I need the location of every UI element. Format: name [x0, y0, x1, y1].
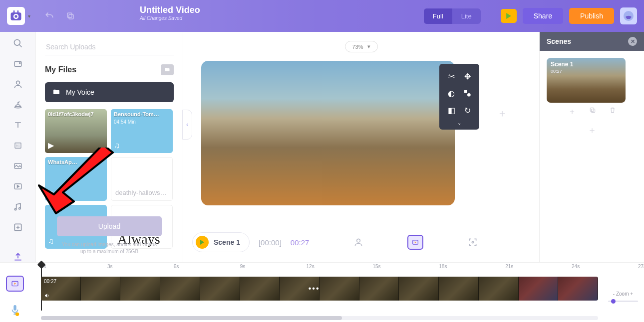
upload-button[interactable]: Upload [57, 216, 162, 236]
scissors-icon[interactable]: ✂ [445, 70, 457, 82]
save-status: All Changes Saved [140, 15, 200, 21]
time-start: [00:00] [259, 238, 282, 247]
svg-point-8 [14, 40, 20, 46]
music-icon[interactable] [11, 201, 25, 212]
timeline: 0s 3s 6s 9s 12s 15s 18s 21s 24s 27s 00:2… [0, 262, 644, 322]
character-icon[interactable] [11, 79, 25, 90]
upload-tile-image[interactable]: 0ld1f7ofc3kodwj7 ▶ [45, 109, 107, 153]
mic-track-icon[interactable] [6, 303, 24, 319]
copy-icon[interactable] [65, 11, 75, 21]
svg-rect-6 [67, 13, 72, 17]
video-icon[interactable] [11, 180, 25, 192]
background-icon[interactable]: BG [11, 140, 25, 152]
search-icon[interactable] [11, 38, 25, 49]
color-picker-icon[interactable] [461, 87, 473, 99]
play-icon [196, 236, 209, 249]
upload-tile-audio[interactable]: Bensound-Tom… 04:54 Min ♫ [111, 109, 173, 153]
folder-icon [52, 88, 61, 96]
zoom-indicator[interactable]: 73%▾ [344, 41, 377, 52]
volume-icon[interactable] [44, 293, 50, 299]
focus-tool-icon[interactable] [468, 237, 478, 247]
svg-text:BG: BG [16, 144, 20, 147]
undo-icon[interactable] [44, 11, 54, 21]
svg-point-24 [472, 241, 473, 243]
app-logo [7, 7, 25, 25]
title-area[interactable]: Untitled Video All Changes Saved [140, 5, 200, 21]
svg-rect-5 [69, 14, 73, 19]
video-track-icon[interactable] [6, 276, 24, 292]
collapse-panel-button[interactable]: ‹ [182, 110, 192, 140]
scene-thumbnail[interactable]: Scene 1 00:27 [547, 58, 626, 103]
add-folder-button[interactable] [161, 64, 174, 75]
upload-tile-audio[interactable]: WhatsAp… ♫ [45, 157, 107, 201]
music-note-icon: ♫ [48, 189, 54, 198]
chevron-down-icon: ▾ [28, 13, 30, 19]
upload-tile-file[interactable]: deathly-hallows-s… [111, 157, 173, 201]
text-icon[interactable] [11, 120, 25, 131]
expand-toolbar-icon[interactable]: ⌄ [439, 119, 479, 126]
play-icon: ▶ [48, 141, 54, 150]
upload-hint: You can upload images, audios and videos… [36, 241, 183, 255]
effects-icon[interactable] [11, 221, 25, 233]
canvas-area: ‹ 73%▾ ✂ ✥ ◐ ◧ ↻ ⌄ ＋ Scene 1 [183, 32, 539, 262]
main-area: BG My Files My Voice 0ld1f7ofc3kodwj7 ▶ … [0, 32, 644, 262]
library-icon[interactable] [11, 58, 25, 70]
topbar-actions: Share Publish [501, 7, 637, 24]
add-scene-icon[interactable]: ＋ [568, 107, 576, 117]
duplicate-scene-icon[interactable] [589, 107, 596, 117]
move-icon[interactable]: ✥ [461, 70, 473, 82]
more-icon[interactable]: ••• [309, 284, 320, 293]
scene-actions: ＋ [540, 107, 644, 117]
mode-toggle: Full Lite [424, 8, 481, 24]
scene-selector[interactable]: Scene 1 [192, 232, 250, 252]
track-selectors [6, 276, 24, 319]
props-icon[interactable] [11, 99, 25, 111]
my-voice-folder[interactable]: My Voice [45, 82, 174, 102]
add-scene-button[interactable]: ＋ [540, 124, 644, 136]
svg-rect-25 [591, 109, 595, 113]
split-icon[interactable]: ◧ [445, 104, 457, 116]
share-button[interactable]: Share [523, 8, 563, 24]
uploads-panel: My Files My Voice 0ld1f7ofc3kodwj7 ▶ Ben… [36, 32, 183, 262]
tool-rail: BG [0, 32, 36, 262]
timeline-ruler[interactable]: 0s 3s 6s 9s 12s 15s 18s 21s 24s 27s [41, 263, 644, 273]
video-layer-button[interactable] [407, 235, 423, 250]
scenes-panel: Scenes ✕ Scene 1 00:27 ＋ ＋ [539, 32, 644, 262]
search-uploads-input[interactable] [45, 39, 174, 55]
svg-point-22 [357, 239, 360, 242]
svg-point-10 [19, 63, 20, 64]
mode-full[interactable]: Full [424, 8, 452, 24]
mode-lite[interactable]: Lite [452, 8, 481, 24]
scenes-header: Scenes ✕ [540, 32, 644, 51]
video-canvas[interactable] [201, 61, 455, 205]
upload-icon[interactable] [11, 251, 25, 262]
zoom-slider[interactable] [608, 301, 638, 302]
svg-point-18 [18, 207, 20, 209]
timeline-zoom[interactable]: - Zoom + [608, 289, 638, 302]
svg-rect-3 [13, 10, 15, 13]
add-to-canvas-button[interactable]: ＋ [497, 107, 507, 120]
time-end: 00:27 [291, 238, 310, 247]
image-icon[interactable] [11, 160, 25, 171]
character-tool-icon[interactable] [353, 237, 363, 247]
app-logo-menu[interactable]: ▾ [7, 7, 30, 25]
canvas-toolbar: ✂ ✥ ◐ ◧ ↻ ⌄ [439, 64, 479, 130]
svg-rect-28 [13, 305, 16, 311]
delete-scene-icon[interactable] [609, 107, 616, 117]
chevron-down-icon: ▾ [367, 43, 370, 50]
svg-point-11 [16, 81, 19, 85]
my-voice-label: My Voice [66, 88, 94, 96]
svg-point-2 [14, 15, 17, 17]
preview-play-button[interactable] [501, 9, 517, 23]
timeline-scrollbar[interactable] [41, 316, 598, 320]
video-track[interactable]: 00:27 ••• [41, 277, 598, 301]
account-avatar[interactable] [620, 7, 637, 24]
publish-button[interactable]: Publish [569, 8, 614, 24]
close-panel-icon[interactable]: ✕ [628, 37, 637, 46]
svg-point-21 [467, 93, 471, 97]
svg-rect-4 [17, 10, 19, 13]
contrast-icon[interactable]: ◐ [445, 87, 457, 99]
reset-icon[interactable]: ↻ [461, 104, 473, 116]
clip-duration: 00:27 [44, 279, 56, 284]
svg-rect-20 [464, 90, 467, 93]
